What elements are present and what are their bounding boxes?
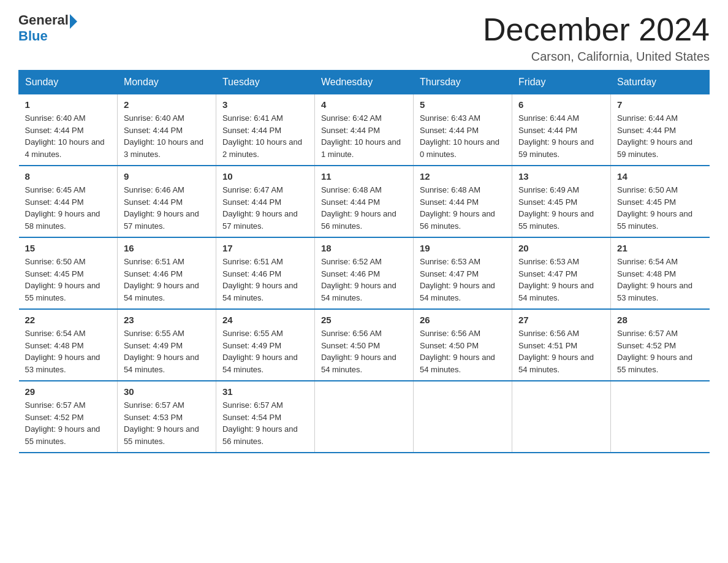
day-number: 1: [25, 99, 111, 110]
table-row: 8 Sunrise: 6:45 AMSunset: 4:44 PMDayligh…: [19, 166, 118, 237]
table-row: 2 Sunrise: 6:40 AMSunset: 4:44 PMDayligh…: [117, 94, 216, 166]
day-number: 15: [25, 243, 111, 253]
table-row: 21 Sunrise: 6:54 AMSunset: 4:48 PMDaylig…: [611, 237, 710, 309]
table-row: [512, 381, 611, 453]
day-number: 3: [222, 99, 308, 110]
calendar-week-row: 1 Sunrise: 6:40 AMSunset: 4:44 PMDayligh…: [19, 94, 710, 166]
day-number: 5: [420, 99, 506, 110]
day-info: Sunrise: 6:56 AMSunset: 4:51 PMDaylight:…: [518, 329, 594, 374]
day-info: Sunrise: 6:40 AMSunset: 4:44 PMDaylight:…: [124, 113, 203, 159]
table-row: 7 Sunrise: 6:44 AMSunset: 4:44 PMDayligh…: [611, 94, 710, 166]
day-info: Sunrise: 6:57 AMSunset: 4:52 PMDaylight:…: [25, 400, 100, 446]
day-info: Sunrise: 6:54 AMSunset: 4:48 PMDaylight:…: [617, 257, 692, 302]
day-number: 26: [420, 315, 506, 325]
table-row: 3 Sunrise: 6:41 AMSunset: 4:44 PMDayligh…: [216, 94, 314, 166]
day-info: Sunrise: 6:51 AMSunset: 4:46 PMDaylight:…: [222, 257, 298, 302]
table-row: 11 Sunrise: 6:48 AMSunset: 4:44 PMDaylig…: [314, 166, 413, 237]
day-number: 29: [25, 386, 111, 397]
table-row: 12 Sunrise: 6:48 AMSunset: 4:44 PMDaylig…: [413, 166, 512, 237]
day-number: 20: [518, 243, 604, 253]
table-row: 14 Sunrise: 6:50 AMSunset: 4:45 PMDaylig…: [611, 166, 710, 237]
table-row: 1 Sunrise: 6:40 AMSunset: 4:44 PMDayligh…: [19, 94, 118, 166]
day-info: Sunrise: 6:51 AMSunset: 4:46 PMDaylight:…: [124, 257, 199, 302]
day-info: Sunrise: 6:56 AMSunset: 4:50 PMDaylight:…: [321, 329, 396, 374]
day-number: 11: [321, 171, 407, 182]
day-info: Sunrise: 6:53 AMSunset: 4:47 PMDaylight:…: [518, 257, 594, 302]
table-row: 31 Sunrise: 6:57 AMSunset: 4:54 PMDaylig…: [216, 381, 314, 453]
day-number: 8: [25, 171, 111, 182]
table-row: 16 Sunrise: 6:51 AMSunset: 4:46 PMDaylig…: [117, 237, 216, 309]
day-number: 16: [124, 243, 210, 253]
table-row: 23 Sunrise: 6:55 AMSunset: 4:49 PMDaylig…: [117, 309, 216, 381]
day-number: 18: [321, 243, 407, 253]
header-monday: Monday: [117, 71, 216, 94]
day-number: 27: [518, 315, 604, 325]
table-row: 29 Sunrise: 6:57 AMSunset: 4:52 PMDaylig…: [19, 381, 118, 453]
month-title: December 2024: [483, 12, 710, 47]
day-info: Sunrise: 6:45 AMSunset: 4:44 PMDaylight:…: [25, 185, 100, 231]
day-number: 22: [25, 315, 111, 325]
day-info: Sunrise: 6:41 AMSunset: 4:44 PMDaylight:…: [222, 113, 302, 159]
day-number: 13: [518, 171, 604, 182]
day-number: 9: [124, 171, 210, 182]
location-subtitle: Carson, California, United States: [483, 50, 710, 64]
header-saturday: Saturday: [611, 71, 710, 94]
table-row: [314, 381, 413, 453]
day-number: 25: [321, 315, 407, 325]
header-friday: Friday: [512, 71, 611, 94]
day-info: Sunrise: 6:43 AMSunset: 4:44 PMDaylight:…: [420, 113, 499, 159]
calendar-week-row: 22 Sunrise: 6:54 AMSunset: 4:48 PMDaylig…: [19, 309, 710, 381]
calendar-week-row: 29 Sunrise: 6:57 AMSunset: 4:52 PMDaylig…: [19, 381, 710, 453]
day-info: Sunrise: 6:56 AMSunset: 4:50 PMDaylight:…: [420, 329, 495, 374]
day-info: Sunrise: 6:44 AMSunset: 4:44 PMDaylight:…: [617, 113, 692, 159]
logo-general-text: General: [18, 12, 69, 28]
day-number: 10: [222, 171, 308, 182]
logo-blue-text: Blue: [18, 28, 48, 44]
table-row: 30 Sunrise: 6:57 AMSunset: 4:53 PMDaylig…: [117, 381, 216, 453]
day-number: 30: [124, 386, 210, 397]
table-row: 26 Sunrise: 6:56 AMSunset: 4:50 PMDaylig…: [413, 309, 512, 381]
day-info: Sunrise: 6:40 AMSunset: 4:44 PMDaylight:…: [25, 113, 105, 159]
day-info: Sunrise: 6:50 AMSunset: 4:45 PMDaylight:…: [25, 257, 100, 302]
day-number: 7: [617, 99, 703, 110]
table-row: 4 Sunrise: 6:42 AMSunset: 4:44 PMDayligh…: [314, 94, 413, 166]
table-row: 22 Sunrise: 6:54 AMSunset: 4:48 PMDaylig…: [19, 309, 118, 381]
day-number: 14: [617, 171, 703, 182]
calendar-week-row: 15 Sunrise: 6:50 AMSunset: 4:45 PMDaylig…: [19, 237, 710, 309]
day-number: 31: [222, 386, 308, 397]
day-info: Sunrise: 6:54 AMSunset: 4:48 PMDaylight:…: [25, 329, 100, 374]
day-number: 23: [124, 315, 210, 325]
day-info: Sunrise: 6:57 AMSunset: 4:54 PMDaylight:…: [222, 400, 298, 446]
day-info: Sunrise: 6:49 AMSunset: 4:45 PMDaylight:…: [518, 185, 594, 231]
day-number: 24: [222, 315, 308, 325]
table-row: 28 Sunrise: 6:57 AMSunset: 4:52 PMDaylig…: [611, 309, 710, 381]
day-number: 28: [617, 315, 703, 325]
day-info: Sunrise: 6:46 AMSunset: 4:44 PMDaylight:…: [124, 185, 199, 231]
day-number: 12: [420, 171, 506, 182]
table-row: 6 Sunrise: 6:44 AMSunset: 4:44 PMDayligh…: [512, 94, 611, 166]
calendar-week-row: 8 Sunrise: 6:45 AMSunset: 4:44 PMDayligh…: [19, 166, 710, 237]
day-info: Sunrise: 6:52 AMSunset: 4:46 PMDaylight:…: [321, 257, 396, 302]
table-row: 20 Sunrise: 6:53 AMSunset: 4:47 PMDaylig…: [512, 237, 611, 309]
header-tuesday: Tuesday: [216, 71, 314, 94]
day-info: Sunrise: 6:53 AMSunset: 4:47 PMDaylight:…: [420, 257, 495, 302]
table-row: 18 Sunrise: 6:52 AMSunset: 4:46 PMDaylig…: [314, 237, 413, 309]
header-sunday: Sunday: [19, 71, 118, 94]
table-row: [413, 381, 512, 453]
table-row: 9 Sunrise: 6:46 AMSunset: 4:44 PMDayligh…: [117, 166, 216, 237]
day-number: 4: [321, 99, 407, 110]
header-thursday: Thursday: [413, 71, 512, 94]
table-row: 5 Sunrise: 6:43 AMSunset: 4:44 PMDayligh…: [413, 94, 512, 166]
calendar-header-row: Sunday Monday Tuesday Wednesday Thursday…: [19, 71, 710, 94]
table-row: 17 Sunrise: 6:51 AMSunset: 4:46 PMDaylig…: [216, 237, 314, 309]
table-row: 13 Sunrise: 6:49 AMSunset: 4:45 PMDaylig…: [512, 166, 611, 237]
day-info: Sunrise: 6:55 AMSunset: 4:49 PMDaylight:…: [222, 329, 298, 374]
day-number: 6: [518, 99, 604, 110]
table-row: 10 Sunrise: 6:47 AMSunset: 4:44 PMDaylig…: [216, 166, 314, 237]
table-row: 24 Sunrise: 6:55 AMSunset: 4:49 PMDaylig…: [216, 309, 314, 381]
day-number: 2: [124, 99, 210, 110]
day-info: Sunrise: 6:48 AMSunset: 4:44 PMDaylight:…: [321, 185, 396, 231]
calendar-table: Sunday Monday Tuesday Wednesday Thursday…: [18, 70, 710, 453]
day-info: Sunrise: 6:50 AMSunset: 4:45 PMDaylight:…: [617, 185, 692, 231]
day-info: Sunrise: 6:47 AMSunset: 4:44 PMDaylight:…: [222, 185, 298, 231]
